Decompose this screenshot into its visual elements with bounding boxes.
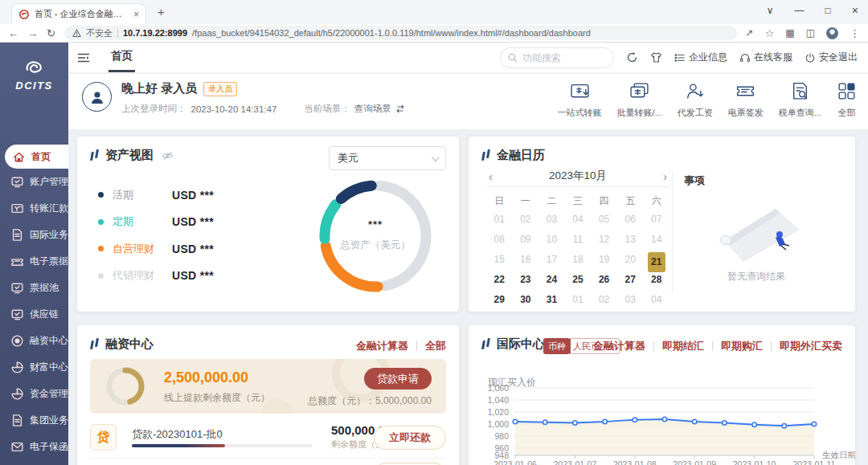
quick-action-代发工资[interactable]: 代发工资	[678, 81, 713, 119]
quick-action-电票签发[interactable]: 电票签发	[728, 81, 764, 119]
calendar-day[interactable]: 14	[643, 230, 669, 250]
calendar-day[interactable]: 23	[513, 270, 539, 290]
calendar-day[interactable]: 30	[513, 290, 539, 310]
minimize-icon[interactable]: —	[795, 5, 805, 16]
calendar-day[interactable]: 22	[486, 270, 513, 290]
sidebar-item-融资中心[interactable]: 融资中心	[0, 328, 68, 354]
calendar-day[interactable]: 02	[591, 290, 617, 310]
calendar-day[interactable]: 29	[486, 290, 513, 310]
tab-close-icon[interactable]: ×	[133, 10, 139, 19]
extensions-icon[interactable]: ▦	[785, 28, 794, 38]
link-即期外汇买卖[interactable]: 即期外汇买卖	[780, 339, 842, 353]
prev-month-icon[interactable]: ‹	[486, 169, 495, 183]
calendar-day[interactable]: 28	[643, 270, 669, 290]
legend-label: 代销理财	[113, 268, 172, 283]
restore-icon[interactable]: □	[825, 5, 831, 16]
url-bar[interactable]: 不安全 10.7.19.22:8999 /fpaas_bucket/941540…	[64, 26, 737, 40]
calendar-day[interactable]: 10	[538, 230, 565, 250]
browser-menu-icon[interactable]: ⋮	[850, 28, 860, 39]
calendar-day[interactable]: 08	[486, 230, 513, 250]
sidebar-item-label: 票据池	[30, 281, 59, 295]
quick-action-批量转账/...[interactable]: 批量转账/...	[617, 81, 662, 119]
sidebar: DCITS 首页账户管理转账汇款国际业务电子票据票据池供应链融资中心财富中心资金…	[0, 43, 68, 465]
quick-action-税单查询...[interactable]: 税单查询...	[779, 81, 821, 119]
refresh-icon[interactable]	[626, 51, 638, 63]
sidebar-item-账户管理[interactable]: 账户管理	[0, 169, 68, 195]
calendar-day[interactable]: 07	[643, 210, 669, 230]
calendar-day[interactable]: 15	[486, 250, 513, 270]
calendar-day[interactable]: 09	[513, 230, 539, 250]
calendar-day[interactable]: 05	[591, 210, 617, 230]
calendar-day[interactable]: 19	[591, 250, 617, 270]
link-即期结汇[interactable]: 即期结汇	[662, 339, 704, 353]
calendar-day[interactable]: 12	[591, 230, 617, 250]
search-input[interactable]	[522, 52, 606, 63]
side-panel-icon[interactable]: ◫	[806, 28, 815, 38]
calendar-day[interactable]: 25	[565, 270, 592, 290]
theme-skin-icon[interactable]	[650, 51, 662, 63]
browser-tab-strip: 首页 - 企业综合金融服务平台 × + ∨ — □ ×	[0, 0, 868, 24]
calendar-day[interactable]: 24	[538, 270, 565, 290]
quick-action-一站式转账[interactable]: 一站式转账	[558, 81, 602, 119]
calendar-day[interactable]: 16	[513, 250, 539, 270]
link-金融计算器[interactable]: 金融计算器	[593, 339, 645, 353]
quick-action-全部[interactable]: 全部	[837, 81, 857, 119]
calendar-day[interactable]: 31	[538, 290, 565, 310]
calendar-day[interactable]: 04	[643, 290, 669, 310]
share-icon[interactable]: ↗	[746, 28, 754, 38]
calendar-day[interactable]: 04	[565, 210, 592, 230]
calendar-day[interactable]: 02	[513, 210, 539, 230]
sidebar-item-电子保函[interactable]: 电子保函	[0, 434, 68, 460]
switch-scene-icon[interactable]	[395, 104, 405, 113]
close-window-icon[interactable]: ×	[852, 4, 858, 17]
currency-select[interactable]: 美元	[329, 146, 446, 170]
browser-profile-avatar[interactable]	[826, 27, 838, 39]
calendar-day[interactable]: 03	[617, 290, 644, 310]
calendar-day[interactable]: 17	[538, 250, 565, 270]
link-金融计算器[interactable]: 金融计算器	[356, 339, 408, 353]
weekday-label: 四	[591, 193, 617, 210]
user-avatar[interactable]	[82, 82, 112, 112]
calendar-day[interactable]: 26	[591, 270, 617, 290]
sidebar-item-电子票据[interactable]: 电子票据	[0, 248, 68, 275]
calendar-day[interactable]: 01	[565, 290, 592, 310]
intl-card-title: 国际中心	[497, 337, 545, 352]
sidebar-item-国际业务[interactable]: 国际业务	[0, 222, 68, 248]
calendar-day[interactable]: 06	[617, 210, 644, 230]
link-全部[interactable]: 全部	[425, 339, 446, 353]
sidebar-item-财富中心[interactable]: 财富中心	[0, 354, 68, 381]
sidebar-item-资金管理[interactable]: 资金管理	[0, 381, 68, 407]
next-month-icon[interactable]: ›	[661, 169, 669, 183]
loan-apply-button[interactable]: 贷款申请	[364, 368, 432, 390]
repay-now-button[interactable]: 立即还款	[374, 426, 446, 450]
collapse-menu-icon[interactable]	[77, 52, 90, 63]
sidebar-item-首页[interactable]: 首页	[5, 145, 68, 169]
header-link-安全退出[interactable]: 安全退出	[805, 51, 858, 64]
calendar-day-today[interactable]: 21	[643, 250, 669, 270]
eye-off-icon[interactable]	[162, 151, 174, 161]
tab-search-icon[interactable]: ∨	[767, 5, 774, 16]
calendar-day[interactable]: 20	[617, 250, 644, 270]
calendar-day[interactable]: 01	[486, 210, 513, 230]
tab-home[interactable]: 首页	[108, 43, 135, 72]
link-即期购汇[interactable]: 即期购汇	[721, 339, 763, 353]
calendar-day[interactable]: 13	[617, 230, 644, 250]
header-link-企业信息[interactable]: 企业信息	[674, 51, 727, 64]
browser-tab[interactable]: 首页 - 企业综合金融服务平台 ×	[11, 3, 146, 24]
sidebar-item-转账汇款[interactable]: 转账汇款	[0, 195, 68, 222]
calendar-day[interactable]: 03	[538, 210, 565, 230]
new-tab-button[interactable]: +	[158, 5, 165, 18]
function-search[interactable]	[500, 47, 614, 68]
bookmark-star-icon[interactable]: ☆	[765, 28, 775, 39]
header-link-在线客服[interactable]: 在线客服	[739, 51, 792, 64]
calendar-day[interactable]: 27	[617, 270, 644, 290]
sidebar-item-供应链[interactable]: 供应链	[0, 301, 68, 328]
calendar-day[interactable]: 18	[565, 250, 592, 270]
calendar-day[interactable]: 11	[565, 230, 592, 250]
reload-icon[interactable]: ↻	[47, 28, 55, 39]
sidebar-item-票据池[interactable]: 票据池	[0, 275, 68, 301]
sidebar-item-集团业务[interactable]: 集团业务	[0, 407, 68, 434]
back-icon[interactable]: ←	[8, 28, 18, 39]
header-links: 企业信息在线客服安全退出	[674, 51, 858, 64]
forward-icon[interactable]: →	[27, 28, 38, 39]
